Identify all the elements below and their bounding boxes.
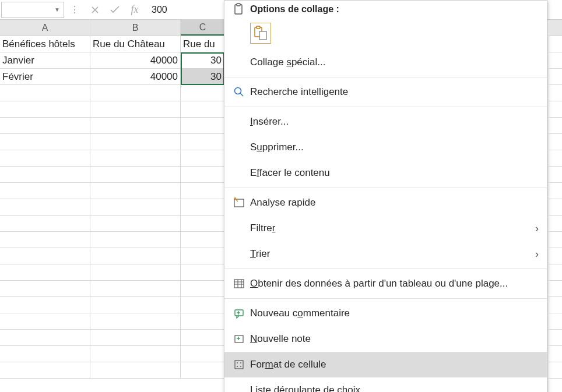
- menu-effacer-contenu[interactable]: Effacer le contenu: [224, 160, 547, 186]
- cell[interactable]: [0, 297, 90, 313]
- cell[interactable]: [181, 118, 224, 134]
- context-menu: Options de collage : Collage spécial... …: [224, 0, 547, 392]
- cell[interactable]: [0, 248, 90, 264]
- cell[interactable]: [0, 216, 90, 232]
- cell[interactable]: [181, 150, 224, 167]
- cell[interactable]: [0, 346, 90, 362]
- cell[interactable]: [181, 281, 224, 297]
- col-header-C[interactable]: C: [181, 20, 224, 36]
- menu-inserer[interactable]: Insérer...: [224, 109, 547, 135]
- accept-icon[interactable]: [105, 2, 125, 18]
- menu-collage-special[interactable]: Collage spécial...: [224, 50, 547, 75]
- cell[interactable]: [90, 232, 181, 248]
- cell[interactable]: [181, 313, 224, 330]
- cell[interactable]: [181, 101, 224, 118]
- menu-supprimer[interactable]: Supprimer...: [224, 135, 547, 160]
- cell[interactable]: [90, 150, 181, 167]
- cell[interactable]: [0, 232, 90, 248]
- chevron-down-icon[interactable]: ▼: [54, 6, 60, 13]
- svg-rect-19: [235, 361, 243, 369]
- cell[interactable]: [0, 183, 90, 199]
- cell[interactable]: [90, 281, 181, 297]
- cell[interactable]: [0, 85, 90, 101]
- svg-point-23: [240, 366, 241, 367]
- cell[interactable]: [90, 346, 181, 362]
- cell[interactable]: [90, 330, 181, 346]
- cell-A2[interactable]: Janvier: [0, 52, 90, 69]
- menu-format-cellule[interactable]: Format de cellule: [224, 352, 547, 377]
- cell[interactable]: [181, 216, 224, 232]
- cell[interactable]: [181, 264, 224, 281]
- svg-point-21: [240, 362, 241, 363]
- svg-rect-7: [234, 199, 244, 207]
- cell[interactable]: [90, 85, 181, 101]
- svg-rect-4: [259, 31, 266, 40]
- cell[interactable]: [90, 313, 181, 330]
- cell-B3[interactable]: 40000: [90, 69, 181, 85]
- cell[interactable]: [90, 167, 181, 183]
- cell[interactable]: [90, 199, 181, 216]
- cell[interactable]: [0, 281, 90, 297]
- cell[interactable]: [0, 118, 90, 134]
- cell[interactable]: [0, 313, 90, 330]
- cell-B2[interactable]: 40000: [90, 52, 181, 69]
- cell[interactable]: [90, 216, 181, 232]
- cell[interactable]: [90, 101, 181, 118]
- cell[interactable]: [181, 134, 224, 150]
- cell-A1[interactable]: Bénéfices hôtels: [0, 36, 90, 52]
- cell[interactable]: [0, 134, 90, 150]
- cell[interactable]: [90, 362, 181, 379]
- cell-C2[interactable]: 30: [181, 52, 224, 69]
- table-icon: [230, 278, 248, 289]
- cell-A3[interactable]: Février: [0, 69, 90, 85]
- cell[interactable]: [181, 362, 224, 379]
- cell[interactable]: [181, 85, 224, 101]
- menu-analyse-rapide[interactable]: Analyse rapide: [224, 190, 547, 216]
- cell-C1[interactable]: Rue du: [181, 36, 224, 52]
- menu-obtenir-donnees[interactable]: Obtenir des données à partir d'un tablea…: [224, 271, 547, 296]
- cell[interactable]: [0, 150, 90, 167]
- name-box[interactable]: ▼: [1, 2, 64, 18]
- cell[interactable]: [181, 346, 224, 362]
- format-cells-icon: [230, 359, 248, 370]
- col-header-B[interactable]: B: [90, 20, 181, 36]
- cell[interactable]: [0, 264, 90, 281]
- cell[interactable]: [90, 183, 181, 199]
- menu-filtrer[interactable]: Filtrer ›: [224, 216, 547, 241]
- cell[interactable]: [0, 362, 90, 379]
- cell[interactable]: [0, 167, 90, 183]
- cell-B1[interactable]: Rue du Château: [90, 36, 181, 52]
- formula-bar-value[interactable]: 300: [145, 5, 167, 15]
- chevron-right-icon: ›: [535, 248, 539, 260]
- grid-right-edge: [547, 20, 562, 392]
- cell[interactable]: [0, 330, 90, 346]
- cell[interactable]: [0, 101, 90, 118]
- svg-rect-16: [235, 336, 243, 342]
- cancel-icon[interactable]: [85, 2, 105, 18]
- cell[interactable]: [90, 134, 181, 150]
- cell[interactable]: [181, 167, 224, 183]
- cell-C3[interactable]: 30: [181, 69, 224, 85]
- paste-default-button[interactable]: [250, 23, 271, 44]
- menu-separator: [224, 269, 547, 269]
- menu-nouvelle-note[interactable]: Nouvelle note: [224, 326, 547, 352]
- cell[interactable]: [181, 248, 224, 264]
- fx-icon[interactable]: fx: [125, 2, 145, 18]
- menu-nouveau-commentaire[interactable]: Nouveau commentaire: [224, 301, 547, 326]
- cell[interactable]: [90, 248, 181, 264]
- cell[interactable]: [181, 330, 224, 346]
- menu-recherche-intelligente[interactable]: Recherche intelligente: [224, 79, 547, 105]
- col-header-A[interactable]: A: [0, 20, 90, 36]
- chevron-right-icon: ›: [535, 223, 539, 235]
- svg-rect-3: [257, 26, 260, 29]
- cell[interactable]: [181, 297, 224, 313]
- cell[interactable]: [90, 297, 181, 313]
- cell[interactable]: [0, 199, 90, 216]
- menu-liste-deroulante[interactable]: Liste déroulante de choix...: [224, 377, 547, 392]
- menu-trier[interactable]: Trier ›: [224, 241, 547, 267]
- cell[interactable]: [181, 199, 224, 216]
- cell[interactable]: [181, 232, 224, 248]
- cell[interactable]: [181, 183, 224, 199]
- cell[interactable]: [90, 118, 181, 134]
- cell[interactable]: [90, 264, 181, 281]
